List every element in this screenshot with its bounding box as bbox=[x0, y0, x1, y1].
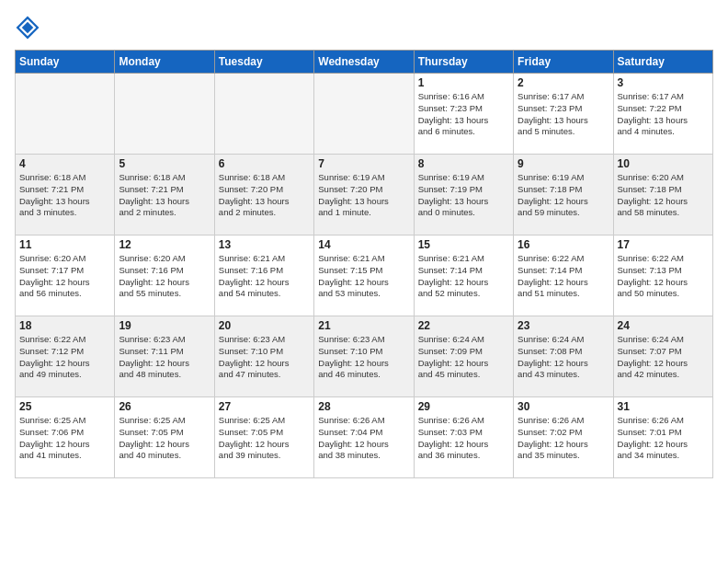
day-number: 2 bbox=[518, 76, 609, 89]
day-info: Sunrise: 6:21 AM Sunset: 7:15 PM Dayligh… bbox=[318, 253, 409, 300]
day-cell bbox=[314, 74, 414, 155]
day-info: Sunrise: 6:25 AM Sunset: 7:05 PM Dayligh… bbox=[119, 415, 210, 462]
day-info: Sunrise: 6:20 AM Sunset: 7:18 PM Dayligh… bbox=[618, 172, 709, 219]
day-number: 28 bbox=[318, 400, 409, 413]
day-number: 15 bbox=[418, 238, 509, 251]
day-cell bbox=[214, 74, 313, 155]
day-number: 22 bbox=[418, 319, 509, 332]
day-info: Sunrise: 6:24 AM Sunset: 7:07 PM Dayligh… bbox=[618, 334, 709, 381]
day-number: 7 bbox=[318, 157, 409, 170]
day-number: 8 bbox=[418, 157, 509, 170]
day-cell: 8Sunrise: 6:19 AM Sunset: 7:19 PM Daylig… bbox=[414, 155, 513, 236]
day-cell: 13Sunrise: 6:21 AM Sunset: 7:16 PM Dayli… bbox=[214, 236, 313, 316]
weekday-sunday: Sunday bbox=[16, 51, 115, 74]
day-cell: 30Sunrise: 6:26 AM Sunset: 7:02 PM Dayli… bbox=[514, 397, 613, 478]
day-cell: 3Sunrise: 6:17 AM Sunset: 7:22 PM Daylig… bbox=[613, 74, 712, 155]
day-cell: 24Sunrise: 6:24 AM Sunset: 7:07 PM Dayli… bbox=[613, 316, 712, 397]
day-info: Sunrise: 6:26 AM Sunset: 7:02 PM Dayligh… bbox=[518, 415, 609, 462]
day-number: 27 bbox=[219, 400, 310, 413]
day-info: Sunrise: 6:25 AM Sunset: 7:05 PM Dayligh… bbox=[219, 415, 310, 462]
calendar-table: SundayMondayTuesdayWednesdayThursdayFrid… bbox=[15, 50, 713, 478]
week-row-2: 4Sunrise: 6:18 AM Sunset: 7:21 PM Daylig… bbox=[16, 155, 713, 236]
week-row-3: 11Sunrise: 6:20 AM Sunset: 7:17 PM Dayli… bbox=[16, 236, 713, 316]
day-info: Sunrise: 6:21 AM Sunset: 7:16 PM Dayligh… bbox=[219, 253, 310, 300]
day-number: 16 bbox=[518, 238, 609, 251]
day-info: Sunrise: 6:25 AM Sunset: 7:06 PM Dayligh… bbox=[19, 415, 110, 462]
day-number: 11 bbox=[19, 238, 110, 251]
logo-icon bbox=[15, 15, 40, 40]
day-number: 21 bbox=[318, 319, 409, 332]
day-info: Sunrise: 6:24 AM Sunset: 7:09 PM Dayligh… bbox=[418, 334, 509, 381]
day-info: Sunrise: 6:26 AM Sunset: 7:04 PM Dayligh… bbox=[318, 415, 409, 462]
day-number: 18 bbox=[19, 319, 110, 332]
page: SundayMondayTuesdayWednesdayThursdayFrid… bbox=[0, 0, 728, 488]
day-cell: 16Sunrise: 6:22 AM Sunset: 7:14 PM Dayli… bbox=[514, 236, 613, 316]
day-info: Sunrise: 6:18 AM Sunset: 7:21 PM Dayligh… bbox=[19, 172, 110, 219]
day-info: Sunrise: 6:17 AM Sunset: 7:22 PM Dayligh… bbox=[618, 91, 709, 138]
day-info: Sunrise: 6:19 AM Sunset: 7:18 PM Dayligh… bbox=[518, 172, 609, 219]
weekday-header-row: SundayMondayTuesdayWednesdayThursdayFrid… bbox=[16, 51, 713, 74]
day-number: 5 bbox=[119, 157, 210, 170]
day-number: 14 bbox=[318, 238, 409, 251]
weekday-thursday: Thursday bbox=[414, 51, 513, 74]
day-cell: 2Sunrise: 6:17 AM Sunset: 7:23 PM Daylig… bbox=[514, 74, 613, 155]
day-number: 24 bbox=[618, 319, 709, 332]
day-info: Sunrise: 6:20 AM Sunset: 7:16 PM Dayligh… bbox=[119, 253, 210, 300]
day-cell: 25Sunrise: 6:25 AM Sunset: 7:06 PM Dayli… bbox=[16, 397, 115, 478]
day-cell: 14Sunrise: 6:21 AM Sunset: 7:15 PM Dayli… bbox=[314, 236, 414, 316]
day-info: Sunrise: 6:23 AM Sunset: 7:11 PM Dayligh… bbox=[119, 334, 210, 381]
day-cell: 15Sunrise: 6:21 AM Sunset: 7:14 PM Dayli… bbox=[414, 236, 513, 316]
weekday-wednesday: Wednesday bbox=[314, 51, 414, 74]
day-cell bbox=[115, 74, 214, 155]
day-info: Sunrise: 6:24 AM Sunset: 7:08 PM Dayligh… bbox=[518, 334, 609, 381]
day-cell: 20Sunrise: 6:23 AM Sunset: 7:10 PM Dayli… bbox=[214, 316, 313, 397]
day-number: 25 bbox=[19, 400, 110, 413]
day-info: Sunrise: 6:19 AM Sunset: 7:19 PM Dayligh… bbox=[418, 172, 509, 219]
day-info: Sunrise: 6:16 AM Sunset: 7:23 PM Dayligh… bbox=[418, 91, 509, 138]
header bbox=[15, 15, 713, 40]
day-cell: 29Sunrise: 6:26 AM Sunset: 7:03 PM Dayli… bbox=[414, 397, 513, 478]
day-info: Sunrise: 6:19 AM Sunset: 7:20 PM Dayligh… bbox=[318, 172, 409, 219]
logo bbox=[15, 15, 44, 40]
day-number: 31 bbox=[618, 400, 709, 413]
day-cell: 11Sunrise: 6:20 AM Sunset: 7:17 PM Dayli… bbox=[16, 236, 115, 316]
day-cell: 27Sunrise: 6:25 AM Sunset: 7:05 PM Dayli… bbox=[214, 397, 313, 478]
day-info: Sunrise: 6:22 AM Sunset: 7:12 PM Dayligh… bbox=[19, 334, 110, 381]
day-number: 1 bbox=[418, 76, 509, 89]
day-cell: 19Sunrise: 6:23 AM Sunset: 7:11 PM Dayli… bbox=[115, 316, 214, 397]
day-number: 10 bbox=[618, 157, 709, 170]
day-cell: 5Sunrise: 6:18 AM Sunset: 7:21 PM Daylig… bbox=[115, 155, 214, 236]
day-info: Sunrise: 6:22 AM Sunset: 7:14 PM Dayligh… bbox=[518, 253, 609, 300]
day-info: Sunrise: 6:22 AM Sunset: 7:13 PM Dayligh… bbox=[618, 253, 709, 300]
day-cell: 26Sunrise: 6:25 AM Sunset: 7:05 PM Dayli… bbox=[115, 397, 214, 478]
day-cell: 17Sunrise: 6:22 AM Sunset: 7:13 PM Dayli… bbox=[613, 236, 712, 316]
day-number: 29 bbox=[418, 400, 509, 413]
day-cell: 28Sunrise: 6:26 AM Sunset: 7:04 PM Dayli… bbox=[314, 397, 414, 478]
day-cell: 10Sunrise: 6:20 AM Sunset: 7:18 PM Dayli… bbox=[613, 155, 712, 236]
day-cell bbox=[16, 74, 115, 155]
day-number: 6 bbox=[219, 157, 310, 170]
day-cell: 12Sunrise: 6:20 AM Sunset: 7:16 PM Dayli… bbox=[115, 236, 214, 316]
day-cell: 23Sunrise: 6:24 AM Sunset: 7:08 PM Dayli… bbox=[514, 316, 613, 397]
day-info: Sunrise: 6:21 AM Sunset: 7:14 PM Dayligh… bbox=[418, 253, 509, 300]
day-cell: 18Sunrise: 6:22 AM Sunset: 7:12 PM Dayli… bbox=[16, 316, 115, 397]
day-number: 9 bbox=[518, 157, 609, 170]
day-info: Sunrise: 6:26 AM Sunset: 7:01 PM Dayligh… bbox=[618, 415, 709, 462]
day-number: 17 bbox=[618, 238, 709, 251]
day-info: Sunrise: 6:18 AM Sunset: 7:21 PM Dayligh… bbox=[119, 172, 210, 219]
day-number: 4 bbox=[19, 157, 110, 170]
day-number: 20 bbox=[219, 319, 310, 332]
day-info: Sunrise: 6:18 AM Sunset: 7:20 PM Dayligh… bbox=[219, 172, 310, 219]
day-info: Sunrise: 6:20 AM Sunset: 7:17 PM Dayligh… bbox=[19, 253, 110, 300]
day-cell: 22Sunrise: 6:24 AM Sunset: 7:09 PM Dayli… bbox=[414, 316, 513, 397]
day-number: 30 bbox=[518, 400, 609, 413]
day-info: Sunrise: 6:23 AM Sunset: 7:10 PM Dayligh… bbox=[318, 334, 409, 381]
weekday-monday: Monday bbox=[115, 51, 214, 74]
day-number: 19 bbox=[119, 319, 210, 332]
day-info: Sunrise: 6:23 AM Sunset: 7:10 PM Dayligh… bbox=[219, 334, 310, 381]
day-info: Sunrise: 6:26 AM Sunset: 7:03 PM Dayligh… bbox=[418, 415, 509, 462]
week-row-5: 25Sunrise: 6:25 AM Sunset: 7:06 PM Dayli… bbox=[16, 397, 713, 478]
day-number: 12 bbox=[119, 238, 210, 251]
day-cell: 7Sunrise: 6:19 AM Sunset: 7:20 PM Daylig… bbox=[314, 155, 414, 236]
day-cell: 1Sunrise: 6:16 AM Sunset: 7:23 PM Daylig… bbox=[414, 74, 513, 155]
